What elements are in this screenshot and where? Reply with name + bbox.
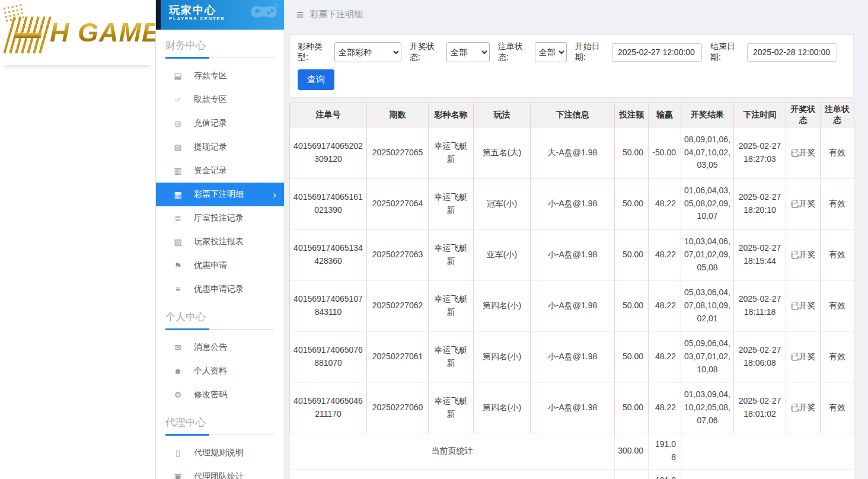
deposit-icon: ▤ xyxy=(173,71,183,81)
withdrawal-record-icon: ▧ xyxy=(173,142,183,152)
sidebar-item-lottery-bet-detail[interactable]: ▦彩票下注明细› xyxy=(156,183,284,206)
column-header-bet-time: 下注时间 xyxy=(734,103,786,127)
cell-bet-amount: 50.00 xyxy=(615,178,649,229)
withdraw-icon: ☞ xyxy=(173,95,183,104)
cell-lottery-name: 幸运飞艇新 xyxy=(429,382,474,433)
column-header-bet-amount: 投注额 xyxy=(615,103,649,127)
sidebar-item-deposit[interactable]: ▤存款专区 xyxy=(156,64,284,88)
sidebar-item-announcement[interactable]: ✉消息公告 xyxy=(156,336,284,359)
cell-lottery-name: 幸运飞艇新 xyxy=(429,178,474,229)
promo-apply-record-icon: ≡ xyxy=(173,285,183,294)
column-header-draw-status: 开奖状态 xyxy=(786,103,821,127)
cell-period: 20250227061 xyxy=(367,331,429,382)
sidebar-item-promo-apply[interactable]: ⚑优惠申请 xyxy=(156,254,284,277)
cell-order-no: 401569174065202309120 xyxy=(290,127,367,178)
cell-period: 20250227060 xyxy=(367,382,429,433)
sidebar-item-withdraw[interactable]: ☞取款专区 xyxy=(156,88,284,111)
summary-bet-amount: 300.00 xyxy=(615,469,649,479)
cell-draw-result: 05,03,06,04,07,08,10,09,02,01 xyxy=(681,280,734,331)
sidebar-item-label: 代理团队统计 xyxy=(194,471,244,479)
start-date-input[interactable] xyxy=(612,43,702,62)
summary-label: 当前页统计 xyxy=(290,433,615,469)
sidebar-section-title: 代理中心 xyxy=(156,407,284,435)
cell-bet-info: 小-A盘@1.98 xyxy=(531,178,615,229)
lottery-bet-detail-icon: ▦ xyxy=(173,190,183,199)
cell-draw-status: 已开奖 xyxy=(786,127,821,178)
sidebar-item-funds-record[interactable]: ▥资金记录 xyxy=(156,159,284,183)
recharge-record-icon: ◎ xyxy=(173,119,183,128)
cell-period: 20250227064 xyxy=(367,178,429,229)
logo-text: H GAME xyxy=(50,17,155,48)
cell-period: 20250227063 xyxy=(367,229,429,280)
sidebar-item-label: 个人资料 xyxy=(194,366,227,376)
sidebar-nav: 财务中心▤存款专区☞取款专区◎充值记录▧提现记录▥资金记录▦彩票下注明细›≣厅室… xyxy=(156,30,284,479)
column-header-bet-info: 下注信息 xyxy=(531,103,615,127)
table-row: 40156917406513442836020250227063幸运飞艇新亚军(… xyxy=(290,229,854,280)
column-header-lottery-name: 彩种名称 xyxy=(429,103,474,127)
sidebar-item-label: 厅室投注记录 xyxy=(194,213,244,223)
draw-status-select[interactable]: 全部 xyxy=(446,42,490,62)
funds-record-icon: ▥ xyxy=(173,166,183,175)
sidebar-item-player-bet-report[interactable]: ▨玩家投注报表 xyxy=(156,230,284,254)
lottery-type-select[interactable]: 全部彩种 xyxy=(334,42,401,62)
column-header-period: 期数 xyxy=(367,103,429,127)
sidebar-item-agent-rules[interactable]: ▯代理规则说明 xyxy=(156,441,284,465)
table-body: 40156917406520230912020250227065幸运飞艇新第五名… xyxy=(290,127,854,479)
cell-draw-status: 已开奖 xyxy=(786,331,821,382)
cell-draw-result: 08,09,01,06,04,07,10,02,03,05 xyxy=(681,127,734,178)
sidebar-item-withdrawal-record[interactable]: ▧提现记录 xyxy=(156,135,284,159)
search-button[interactable]: 查询 xyxy=(298,69,334,90)
cell-play: 冠军(小) xyxy=(474,178,531,229)
cell-order-no: 401569174065076881070 xyxy=(290,331,367,382)
sidebar-item-profile[interactable]: ☻个人资料 xyxy=(156,359,284,383)
cell-draw-status: 已开奖 xyxy=(786,382,821,433)
cell-lottery-name: 幸运飞艇新 xyxy=(429,229,474,280)
end-date-label: 结束日期: xyxy=(710,41,744,63)
cell-order-no: 401569174065107843110 xyxy=(290,280,367,331)
cell-bet-amount: 50.00 xyxy=(615,280,649,331)
order-status-select[interactable]: 全部 xyxy=(535,42,567,62)
cell-bet-time: 2025-02-27 18:15:44 xyxy=(734,229,786,280)
cell-win-loss: 48.22 xyxy=(649,331,681,382)
sidebar-item-change-password[interactable]: ⚙修改密码 xyxy=(156,383,284,407)
cell-bet-time: 2025-02-27 18:01:02 xyxy=(734,382,786,433)
column-header-draw-result: 开奖结果 xyxy=(681,103,734,127)
sidebar: 玩家中心 PLAYERS CENTER 财务中心▤存款专区☞取款专区◎充值记录▧… xyxy=(155,0,285,479)
sidebar-item-label: 玩家投注报表 xyxy=(194,237,244,247)
cell-win-loss: 48.22 xyxy=(649,229,681,280)
sidebar-item-label: 优惠申请 xyxy=(194,260,227,271)
cell-lottery-name: 幸运飞艇新 xyxy=(429,331,474,382)
cell-period: 20250227065 xyxy=(367,127,429,178)
sidebar-item-label: 取款专区 xyxy=(194,94,227,105)
cell-bet-info: 小-A盘@1.98 xyxy=(531,229,615,280)
summary-bet-amount: 300.00 xyxy=(615,433,649,469)
summary-empty xyxy=(681,433,854,469)
cell-bet-time: 2025-02-27 18:27:03 xyxy=(734,127,786,178)
end-date-input[interactable] xyxy=(747,43,837,62)
page-title: 彩票下注明细 xyxy=(309,9,363,20)
bet-table: 注单号期数彩种名称玩法下注信息投注额输赢开奖结果下注时间开奖状态注单状态 401… xyxy=(289,103,854,479)
summary-win-loss: 191.08 xyxy=(649,433,681,469)
sidebar-item-promo-apply-record[interactable]: ≡优惠申请记录 xyxy=(156,277,284,301)
sidebar-item-hall-bet-record[interactable]: ≣厅室投注记录 xyxy=(156,206,284,230)
sidebar-item-agent-team-stats[interactable]: ▣代理团队统计 xyxy=(156,465,284,479)
cell-draw-result: 05,09,06,04,03,07,01,02,10,08 xyxy=(681,331,734,382)
agent-team-stats-icon: ▣ xyxy=(173,472,183,479)
cell-bet-info: 小-A盘@1.98 xyxy=(531,382,615,433)
column-header-order-no: 注单号 xyxy=(290,103,367,127)
sidebar-item-recharge-record[interactable]: ◎充值记录 xyxy=(156,111,284,135)
cell-draw-result: 01,06,04,03,05,08,02,09,10,07 xyxy=(681,178,734,229)
cell-bet-amount: 50.00 xyxy=(615,382,649,433)
table-row: 40156917406504621117020250227060幸运飞艇新第四名… xyxy=(290,382,854,433)
sidebar-section-title: 个人中心 xyxy=(156,301,284,330)
cell-order-no: 401569174065046211170 xyxy=(290,382,367,433)
table-row: 40156917406507688107020250227061幸运飞艇新第四名… xyxy=(290,331,854,382)
column-header-order-status: 注单状态 xyxy=(821,103,854,127)
gamepad-icon xyxy=(248,2,279,26)
sidebar-item-label: 充值记录 xyxy=(194,118,227,129)
hamburger-menu-icon[interactable]: ≡ xyxy=(296,8,304,21)
table-header: 注单号期数彩种名称玩法下注信息投注额输赢开奖结果下注时间开奖状态注单状态 xyxy=(290,103,854,127)
cell-order-status: 有效 xyxy=(821,382,854,433)
cell-period: 20250227062 xyxy=(367,280,429,331)
cell-play: 第四名(小) xyxy=(474,331,531,382)
